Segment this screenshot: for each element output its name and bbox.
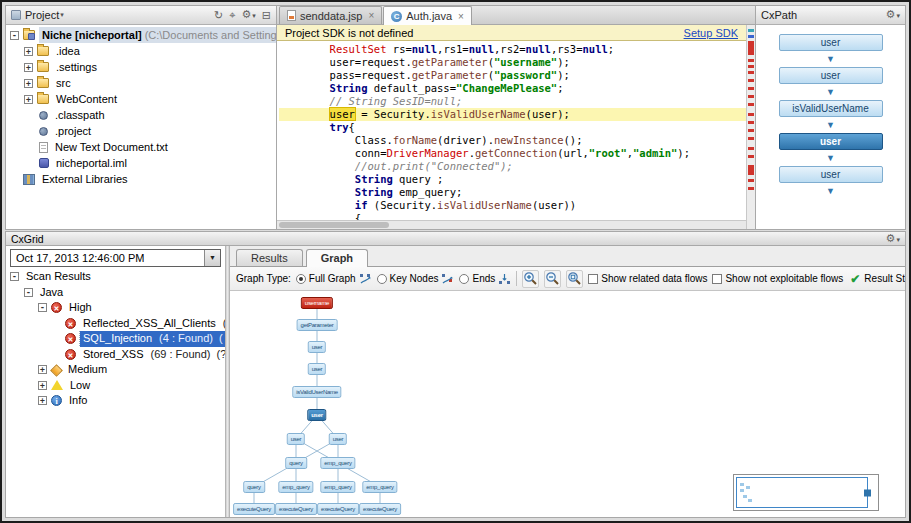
radio-icon[interactable] — [296, 274, 306, 284]
collapse-icon[interactable]: - — [24, 288, 33, 297]
radio-icon[interactable] — [459, 274, 469, 284]
tree-item-classpath[interactable]: .classpath — [6, 107, 276, 123]
collapse-icon[interactable]: - — [10, 31, 19, 40]
chevron-down-icon[interactable]: ▾ — [60, 11, 64, 19]
error-mark[interactable] — [748, 165, 754, 175]
checkbox-icon[interactable] — [712, 274, 722, 284]
error-mark[interactable] — [748, 41, 754, 55]
graph-node-executequery[interactable]: executeQuery — [275, 503, 317, 515]
hide-panel-icon[interactable]: ⊟ — [262, 10, 271, 21]
radio-icon[interactable] — [377, 274, 387, 284]
zoom-reset-button[interactable] — [566, 270, 583, 288]
expand-icon[interactable]: + — [24, 47, 33, 56]
expand-icon[interactable]: + — [38, 365, 47, 374]
error-mark[interactable] — [748, 59, 754, 62]
graph-minimap[interactable] — [733, 474, 879, 511]
checkbox-icon[interactable] — [588, 274, 598, 284]
error-mark[interactable] — [748, 179, 754, 182]
error-mark[interactable] — [748, 35, 754, 38]
graph-node-emp-query[interactable]: emp_query — [362, 481, 397, 493]
expand-icon[interactable]: + — [24, 95, 33, 104]
graph-node-emp-query[interactable]: emp_query — [320, 457, 355, 469]
tree-item-external-libraries[interactable]: External Libraries — [6, 171, 276, 187]
error-mark[interactable] — [748, 95, 754, 98]
error-mark[interactable] — [748, 113, 754, 116]
error-mark[interactable] — [748, 147, 754, 150]
graph-node-executequery[interactable]: executeQuery — [233, 503, 275, 515]
cxpath-node-isvalidusername[interactable]: isValidUserName — [779, 100, 883, 117]
error-mark[interactable] — [748, 137, 754, 140]
tree-item-settings[interactable]: +.settings — [6, 59, 276, 75]
cxpath-node-user[interactable]: user — [779, 67, 883, 84]
graph-node-executequery[interactable]: executeQuery — [317, 503, 359, 515]
tree-item-project[interactable]: .project — [6, 123, 276, 139]
close-icon[interactable]: × — [458, 11, 464, 22]
collapse-icon[interactable]: - — [38, 303, 47, 312]
graph-node-query[interactable]: query — [285, 457, 307, 469]
tree-item-info[interactable]: +Info — [6, 393, 225, 409]
cxpath-node-user[interactable]: user — [779, 133, 883, 150]
error-mark[interactable] — [748, 87, 754, 90]
error-mark[interactable] — [748, 103, 754, 106]
tree-item-high[interactable]: -High — [6, 300, 225, 316]
tab-auth-java[interactable]: Auth.java × — [383, 6, 472, 25]
graph-node-user[interactable]: user — [308, 363, 326, 375]
graph-node-emp-query[interactable]: emp_query — [278, 481, 313, 493]
code-area[interactable]: ResultSet rs=null,rs1=null,rs2=null,rs3=… — [277, 41, 746, 220]
expand-icon[interactable]: + — [24, 79, 33, 88]
collapse-icon[interactable]: - — [10, 272, 19, 281]
expand-icon[interactable]: + — [38, 381, 47, 390]
checkbox-not-exploitable[interactable]: Show not exploitable flows — [712, 273, 843, 284]
tree-item-medium[interactable]: +Medium — [6, 362, 225, 378]
error-mark[interactable] — [748, 71, 754, 74]
tree-item-nicheportal-iml[interactable]: nicheportal.iml — [6, 155, 276, 171]
graph-node-username[interactable]: username — [301, 297, 333, 309]
cxpath-node-user[interactable]: user — [779, 166, 883, 183]
graph-node-query[interactable]: query — [243, 481, 265, 493]
minimap-resize-handle[interactable] — [864, 489, 871, 496]
setup-sdk-link[interactable]: Setup SDK — [684, 27, 738, 39]
close-icon[interactable]: × — [368, 10, 374, 21]
expand-icon[interactable]: + — [24, 63, 33, 72]
error-mark[interactable] — [748, 129, 754, 132]
tree-item-new-text-document-txt[interactable]: New Text Document.txt — [6, 139, 276, 155]
error-mark[interactable] — [748, 65, 754, 68]
tree-item-sql-injection[interactable]: SQL_Injection(4 : Found) ( ) — [6, 331, 225, 347]
graph-canvas[interactable]: usernamegetParameteruseruserisValidUserN… — [230, 291, 905, 517]
scrollbar-thumb[interactable] — [279, 222, 389, 228]
tab-senddata-jsp[interactable]: senddata.jsp × — [279, 6, 382, 24]
graph-node-executequery[interactable]: executeQuery — [359, 503, 401, 515]
locate-icon[interactable]: ⌖ — [229, 10, 235, 21]
error-stripe[interactable] — [746, 25, 755, 229]
radio-full-graph[interactable]: Full Graph — [296, 273, 372, 285]
tree-item-niche-nicheportal[interactable]: -Niche [nicheportal](C:\Documents and Se… — [6, 27, 276, 43]
graph-node-emp-query[interactable]: emp_query — [320, 481, 355, 493]
tree-item-scan-results[interactable]: -Scan Results — [6, 269, 225, 285]
gear-icon[interactable]: ⚙▾ — [886, 9, 900, 21]
graph-node-isvalidusername[interactable]: isValidUserName — [292, 386, 341, 398]
error-mark[interactable] — [748, 155, 754, 158]
error-mark[interactable] — [748, 121, 754, 124]
error-mark[interactable] — [748, 79, 754, 82]
tree-item-java[interactable]: -Java — [6, 285, 225, 301]
graph-node-user[interactable]: user — [287, 433, 305, 445]
editor-hscrollbar[interactable] — [277, 220, 746, 229]
tree-item-idea[interactable]: +.idea — [6, 43, 276, 59]
dropdown-arrow-icon[interactable]: ▼ — [204, 250, 220, 266]
graph-node-user[interactable]: user — [307, 409, 326, 421]
radio-key-nodes[interactable]: Key Nodes — [377, 273, 455, 285]
error-mark[interactable] — [748, 187, 754, 190]
zoom-out-button[interactable] — [544, 270, 561, 288]
tab-results[interactable]: Results — [236, 249, 303, 266]
tree-item-stored-xss[interactable]: Stored_XSS(69 : Found) (?) — [6, 347, 225, 363]
zoom-in-button[interactable] — [522, 270, 539, 288]
expand-icon[interactable]: + — [38, 396, 47, 405]
tab-graph[interactable]: Graph — [306, 249, 368, 267]
gear-icon[interactable]: ⚙▾ — [886, 233, 900, 245]
checkbox-related-flows[interactable]: Show related data flows — [588, 273, 707, 284]
radio-ends[interactable]: Ends — [459, 273, 511, 285]
graph-node-user[interactable]: user — [308, 341, 326, 353]
result-state-control[interactable]: ✔ Result State ▼ — [850, 272, 905, 286]
refresh-icon[interactable]: ↻ — [214, 10, 223, 21]
error-mark[interactable] — [748, 29, 754, 32]
